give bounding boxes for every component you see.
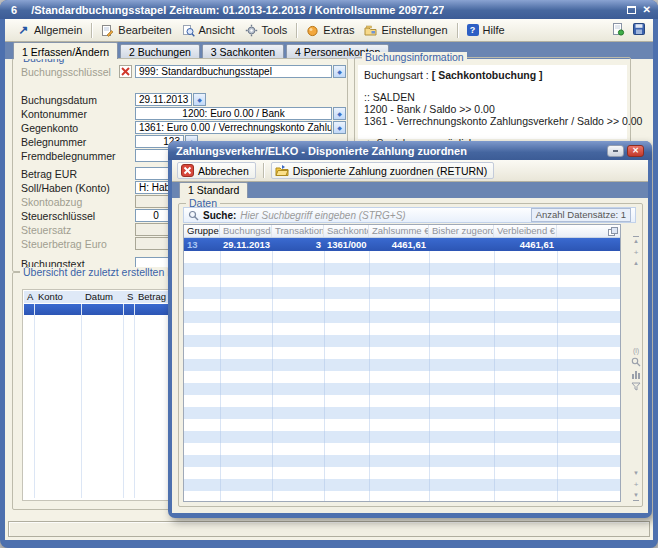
window-id: 6 xyxy=(11,4,17,16)
row-kontonummer: Kontonummer 1200: Euro 0.00 / Bank ◆ xyxy=(13,107,347,121)
cancel-button[interactable]: Abbrechen xyxy=(177,162,256,179)
grid-side-toolbar: . ▲ + ▲ (i) ▼ + ▼ xyxy=(628,224,644,502)
field-label: Buchungsschlüssel xyxy=(21,66,111,78)
add2-icon[interactable]: + xyxy=(634,480,639,489)
record-count-badge: Anzahl Datensätze: 1 xyxy=(531,208,631,222)
search-placeholder: Hier Suchbegriff eingeben (STRG+S) xyxy=(240,210,405,221)
dialog-toolbar: Abbrechen Disponierte Zahlung zuordnen (… xyxy=(172,160,648,182)
assign-button[interactable]: Disponierte Zahlung zuordnen (RETURN) xyxy=(271,162,494,179)
dropdown-button[interactable]: ◆ xyxy=(333,121,346,134)
selected-row[interactable]: 13 29.11.2013 /Fr 3 1361/000 4461,61 446… xyxy=(184,238,620,251)
header-verbleibend[interactable]: Verbleibend € xyxy=(494,225,557,237)
buchungsart-label: Buchungsart : xyxy=(364,69,432,81)
restore-icon[interactable] xyxy=(627,6,636,14)
toolbar-separator xyxy=(457,23,458,38)
menu-label: Tools xyxy=(262,24,288,36)
cell-transaktion: 3 xyxy=(272,238,324,251)
magnifier-page-icon xyxy=(182,24,195,37)
extras-icon xyxy=(306,24,319,37)
buchungsinformation-group-label: Buchungsinformation xyxy=(362,52,467,63)
menu-extras[interactable]: Extras xyxy=(301,22,359,39)
dialog-titlebar[interactable]: Zahlungsverkehr/ELKO - Disponierte Zahlu… xyxy=(168,141,652,160)
scroll-bottom-icon[interactable]: ▼ xyxy=(633,491,639,501)
cell-zahlsumme: 4461,61 xyxy=(369,238,429,251)
filter-icon[interactable] xyxy=(631,382,641,391)
dialog-table-rows[interactable] xyxy=(184,251,620,501)
salden-heading: :: SALDEN xyxy=(364,91,621,103)
dialog-content: Daten Suche: Hier Suchbegriff eingeben (… xyxy=(172,198,648,513)
red-x-icon xyxy=(181,164,194,177)
gear-icon xyxy=(245,24,258,37)
header-buchungsdatum[interactable]: Buchungsdatum xyxy=(220,225,272,237)
new-document-icon[interactable] xyxy=(611,22,625,38)
field-label: Buchungsdatum xyxy=(21,94,97,106)
menu-einstellungen[interactable]: Einstellungen xyxy=(359,22,452,39)
info-icon[interactable]: (i) xyxy=(633,347,639,354)
gegenkonto-field[interactable]: 1361: Euro 0.00 / Verrechnungskonto Zahl… xyxy=(135,121,332,134)
cancel-label: Abbrechen xyxy=(198,165,249,177)
field-label: Steuersatz xyxy=(21,224,71,236)
close-icon[interactable]: ✕ xyxy=(643,5,651,15)
menu-label: Extras xyxy=(323,24,354,36)
chart-icon[interactable] xyxy=(631,370,641,379)
scroll-down-icon[interactable]: ▼ xyxy=(633,469,639,478)
app-body: ↗ Allgemein Bearbeiten Ansicht T xyxy=(5,19,653,540)
saldo-line: 1361 - Verrechnungskonto Zahlungsverkehr… xyxy=(364,115,621,127)
menu-label: Bearbeiten xyxy=(118,24,171,36)
scroll-top-icon[interactable]: ▲ xyxy=(633,236,639,246)
buchungsschluessel-combo[interactable]: 999: Standardbuchungsstapel xyxy=(135,65,332,78)
header-zahlsumme[interactable]: Zahlsumme € xyxy=(369,225,429,237)
search-grid-icon[interactable] xyxy=(631,357,641,367)
menu-label: Ansicht xyxy=(199,24,235,36)
save-icon[interactable] xyxy=(632,22,646,38)
header-transaktion[interactable]: Transaktion xyxy=(272,225,324,237)
folder-settings-icon xyxy=(364,24,377,37)
field-label: Gegenkonto xyxy=(21,122,78,134)
header-bisher-zugeordnet[interactable]: Bisher zugeordnet xyxy=(429,225,494,237)
cell-sachkonto: 1361/000 xyxy=(324,238,369,251)
dialog-body: Abbrechen Disponierte Zahlung zuordnen (… xyxy=(172,160,648,513)
cell-bisher-zugeordnet xyxy=(429,238,494,251)
menu-label: Einstellungen xyxy=(381,24,447,36)
col-datum: Datum xyxy=(85,291,113,303)
kontonummer-field[interactable]: 1200: Euro 0.00 / Bank xyxy=(135,107,332,120)
toolbar-separator xyxy=(91,23,92,38)
tab-buchungen[interactable]: 2 Buchungen xyxy=(120,44,200,59)
buchungsart-value: [ Sachkontobuchung ] xyxy=(432,69,543,81)
dropdown-button[interactable]: ◆ xyxy=(193,93,206,106)
cell-buchungsdatum: 29.11.2013 /Fr xyxy=(220,238,272,251)
dialog-minimize-icon[interactable] xyxy=(607,145,624,157)
field-label: Kontonummer xyxy=(21,108,87,120)
saldo-line: 1200 - Bank / Saldo >> 0.00 xyxy=(364,103,621,115)
main-titlebar[interactable]: 6 /Standardbuchungsstapel Zeitraum: 01.2… xyxy=(0,0,658,19)
assign-icon xyxy=(275,164,289,177)
clear-icon[interactable] xyxy=(119,65,132,78)
main-toolbar: ↗ Allgemein Bearbeiten Ansicht T xyxy=(5,19,653,42)
dialog-table[interactable]: Gruppe Buchungsdatum Transaktion Sachkon… xyxy=(183,224,621,502)
header-sachkonto[interactable]: Sachkonto xyxy=(324,225,369,237)
menu-tools[interactable]: Tools xyxy=(240,22,293,39)
menu-allgemein[interactable]: ↗ Allgemein xyxy=(12,22,87,39)
add-icon[interactable]: + xyxy=(634,248,639,257)
menu-ansicht[interactable]: Ansicht xyxy=(177,22,240,39)
dropdown-button[interactable]: ◆ xyxy=(333,65,346,78)
window-title: /Standardbuchungsstapel Zeitraum: 01.201… xyxy=(31,4,444,16)
header-gruppe[interactable]: Gruppe xyxy=(184,225,220,237)
menu-hilfe[interactable]: ? Hilfe xyxy=(462,22,510,38)
tab-erfassen-aendern[interactable]: 1 Erfassen/Ändern xyxy=(13,42,118,59)
tab-sachkonten[interactable]: 3 Sachkonten xyxy=(202,44,284,59)
buchungsdatum-field[interactable]: 29.11.2013 /Fr xyxy=(135,93,192,106)
search-bar[interactable]: Suche: Hier Suchbegriff eingeben (STRG+S… xyxy=(183,207,636,223)
dialog-tab-standard[interactable]: 1 Standard xyxy=(179,182,248,198)
field-label: Skontoabzug xyxy=(21,196,82,208)
edit-icon xyxy=(101,24,114,37)
dialog-window: Zahlungsverkehr/ELKO - Disponierte Zahlu… xyxy=(168,141,652,518)
menu-bearbeiten[interactable]: Bearbeiten xyxy=(96,22,176,39)
dialog-close-icon[interactable]: ✕ xyxy=(627,145,644,157)
buchungsinformation-group: Buchungsinformation Buchungsart : [ Sach… xyxy=(354,57,631,143)
scroll-up-icon[interactable]: ▲ xyxy=(633,259,639,268)
field-label: Betrag EUR xyxy=(21,168,77,180)
cell-verbleibend: 4461,61 xyxy=(494,238,557,251)
dialog-table-header[interactable]: Gruppe Buchungsdatum Transaktion Sachkon… xyxy=(184,225,620,238)
dropdown-button[interactable]: ◆ xyxy=(333,107,346,120)
